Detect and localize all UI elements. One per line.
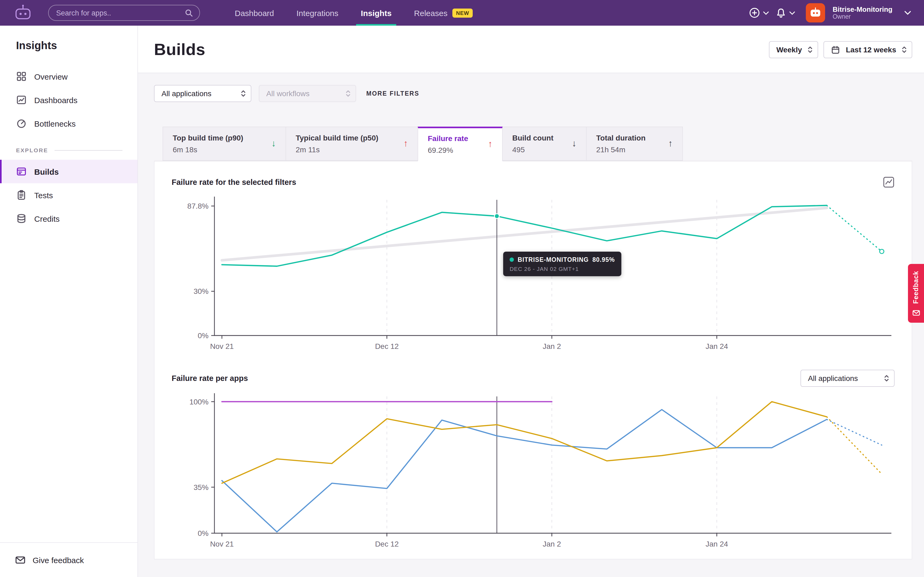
metric-tabs: Top build time (p90) 6m 18s ↓ Typical bu… — [138, 102, 924, 161]
feedback-tab[interactable]: Feedback — [908, 264, 924, 322]
sidebar-item-label: Dashboards — [34, 95, 78, 105]
sidebar-item-overview[interactable]: Overview — [0, 64, 137, 88]
tab-label: Typical build time (p50) — [296, 134, 378, 142]
workflows-filter-value: All workflows — [266, 89, 310, 98]
sidebar-title: Insights — [0, 40, 137, 52]
tooltip-value: 80.95% — [593, 256, 615, 263]
tab-typical-build-time[interactable]: Typical build time (p50) 2m 11s ↑ — [286, 127, 418, 161]
chart2-title: Failure rate per apps — [172, 374, 248, 382]
period-select[interactable]: Weekly — [769, 41, 818, 58]
trend-up-icon: ↑ — [659, 139, 673, 149]
sidebar-item-dashboards[interactable]: Dashboards — [0, 88, 137, 112]
svg-text:Jan 24: Jan 24 — [706, 540, 728, 548]
clipboard-icon — [16, 190, 27, 200]
sidebar-item-credits[interactable]: Credits — [0, 207, 137, 230]
svg-text:Dec 12: Dec 12 — [375, 540, 399, 548]
sidebar-item-label: Bottlenecks — [34, 119, 76, 128]
chart-tooltip: BITRISE-MONITORING 80.95% DEC 26 - JAN 0… — [503, 251, 621, 276]
sidebar-item-tests[interactable]: Tests — [0, 183, 137, 207]
nav-integrations[interactable]: Integrations — [285, 0, 350, 26]
divider — [55, 150, 123, 150]
failure-rate-per-apps-chart[interactable]: 100%35%0%Nov 21Dec 12Jan 2Jan 24 — [172, 391, 895, 551]
date-range-value: Last 12 weeks — [846, 45, 896, 54]
add-new-menu[interactable] — [749, 7, 769, 19]
feedback-envelope-icon — [912, 308, 920, 317]
svg-text:30%: 30% — [194, 287, 208, 295]
tab-value: 495 — [512, 145, 553, 154]
sidebar-section-explore: EXPLORE — [0, 135, 137, 160]
plus-circle-icon — [749, 7, 760, 19]
per-apps-applications-select[interactable]: All applications — [800, 370, 895, 387]
nav-releases-label: Releases — [414, 8, 447, 18]
svg-text:100%: 100% — [189, 398, 208, 406]
sidebar-item-bottlenecks[interactable]: Bottlenecks — [0, 112, 137, 135]
svg-text:87.8%: 87.8% — [187, 202, 208, 210]
tab-top-build-time[interactable]: Top build time (p90) 6m 18s ↓ — [163, 127, 286, 161]
sidebar-item-label: Tests — [34, 190, 53, 200]
bell-icon — [775, 7, 787, 18]
applications-filter-select[interactable]: All applications — [154, 85, 251, 102]
nav-releases[interactable]: Releases NEW — [403, 0, 484, 26]
chevron-down-icon — [789, 11, 795, 15]
applications-filter-value: All applications — [162, 89, 212, 98]
sidebar: Insights Overview Dashboards — [0, 26, 138, 577]
nav-dashboard[interactable]: Dashboard — [223, 0, 285, 26]
select-carets-icon — [808, 45, 813, 54]
select-carets-icon — [346, 89, 351, 98]
failure-rate-per-apps-chart-svg[interactable]: 100%35%0%Nov 21Dec 12Jan 2Jan 24 — [172, 391, 896, 551]
tooltip-date-range: DEC 26 - JAN 02 GMT+1 — [510, 265, 615, 272]
page-header: Builds Weekly Last 1 — [138, 26, 924, 73]
builds-icon — [16, 166, 27, 177]
workflows-filter-select[interactable]: All workflows — [259, 85, 356, 102]
topbar-right: Bitrise-Monitoring Owner — [749, 3, 911, 23]
envelope-icon — [15, 554, 26, 565]
sidebar-item-label: Overview — [34, 72, 68, 81]
failure-rate-chart[interactable]: 87.8%30%0%Nov 21Dec 12Jan 2Jan 24 BITRIS… — [172, 192, 895, 354]
tab-build-count[interactable]: Build count 495 ↓ — [502, 127, 586, 161]
sidebar-item-label: Builds — [34, 167, 59, 176]
give-feedback-button[interactable]: Give feedback — [0, 542, 137, 577]
svg-text:0%: 0% — [198, 529, 208, 537]
trend-up-icon: ↑ — [478, 139, 493, 149]
page-title: Builds — [154, 40, 205, 59]
chart-type-icon[interactable] — [883, 176, 895, 188]
sidebar-item-builds[interactable]: Builds — [0, 160, 137, 183]
search-input[interactable] — [56, 9, 180, 17]
tab-failure-rate[interactable]: Failure rate 69.29% ↑ — [418, 127, 502, 161]
nav-integrations-label: Integrations — [297, 8, 338, 18]
feedback-label: Feedback — [912, 271, 920, 304]
chart2-header: Failure rate per apps All applications — [172, 370, 895, 387]
filter-bar: All applications All workflows MORE FILT… — [138, 73, 924, 102]
trend-down-icon: ↓ — [562, 139, 577, 149]
app-search — [48, 5, 200, 21]
date-range-select[interactable]: Last 12 weeks — [824, 41, 912, 58]
more-filters-button[interactable]: MORE FILTERS — [366, 90, 419, 97]
tab-label: Total duration — [596, 134, 646, 142]
notifications-menu[interactable] — [775, 7, 795, 18]
chevron-down-icon — [763, 11, 769, 15]
tab-total-duration[interactable]: Total duration 21h 54m ↑ — [586, 127, 683, 161]
svg-text:Jan 24: Jan 24 — [706, 342, 728, 350]
workspace-chevron-down-icon[interactable] — [904, 11, 911, 15]
calendar-icon — [831, 45, 840, 54]
tab-value: 2m 11s — [296, 145, 378, 154]
select-carets-icon — [901, 45, 907, 54]
main-nav: Dashboard Integrations Insights Releases… — [223, 0, 484, 26]
svg-text:Jan 2: Jan 2 — [543, 342, 561, 350]
nav-insights[interactable]: Insights — [350, 0, 403, 26]
search-icon[interactable] — [184, 8, 193, 17]
layout: Insights Overview Dashboards — [0, 26, 924, 577]
bitrise-insights-app: Dashboard Integrations Insights Releases… — [0, 0, 924, 577]
chart1-header: Failure rate for the selected filters — [172, 176, 895, 188]
workspace-avatar[interactable] — [806, 3, 825, 23]
tab-value: 69.29% — [428, 146, 468, 154]
select-carets-icon — [241, 89, 246, 98]
nav-insights-label: Insights — [361, 8, 392, 18]
svg-text:Jan 2: Jan 2 — [543, 540, 561, 548]
sidebar-item-label: Credits — [34, 214, 60, 223]
workspace-role: Owner — [833, 14, 892, 20]
tab-label: Build count — [512, 134, 553, 142]
gauge-icon — [16, 118, 27, 129]
bitrise-logo-icon[interactable] — [13, 3, 33, 23]
nav-dashboard-label: Dashboard — [235, 8, 274, 18]
